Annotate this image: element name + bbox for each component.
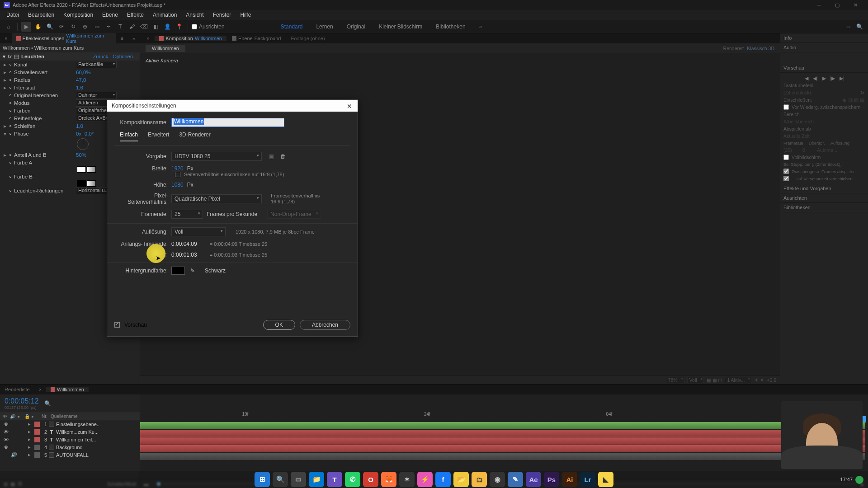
menu-komposition[interactable]: Komposition <box>59 12 98 18</box>
layer-row[interactable]: 👁▸4Background <box>0 443 140 451</box>
search-help-icon[interactable]: 🔍 <box>854 22 864 32</box>
viewer-exp[interactable]: +0,0 <box>767 377 776 383</box>
effect-controls-tab[interactable]: Effekteinstellungen Willkommen zum Kurs <box>12 33 116 44</box>
preset-dropdown[interactable]: HDTV 1080 25 <box>171 152 262 161</box>
roto-tool-icon[interactable]: 👤 <box>162 22 172 32</box>
timeline-search-icon[interactable]: 🔍 <box>44 400 51 407</box>
ec-tab-close[interactable]: × <box>0 36 12 41</box>
preview-fullscreen-chk[interactable] <box>783 155 789 160</box>
taskbar-app-icon[interactable]: 🦊 <box>381 472 396 487</box>
dialog-tab-3d[interactable]: 3D-Renderer <box>179 131 210 141</box>
fx-radius-value[interactable]: 47,0 <box>76 77 86 83</box>
align-panel-header[interactable]: Ausrichten <box>780 193 868 203</box>
viewer-tab-comp[interactable]: Komposition Willkommen <box>155 36 226 41</box>
viewer-zoom[interactable]: 78% <box>666 377 684 383</box>
info-panel-header[interactable]: Info <box>780 33 868 43</box>
fx-effect-header[interactable]: ▾ fx ▤ Leuchten Zurück Optionen... <box>0 52 140 61</box>
taskbar-app-icon[interactable]: 📁 <box>309 472 324 487</box>
preview-next-icon[interactable]: |▶ <box>830 75 835 81</box>
menu-ansicht[interactable]: Ansicht <box>181 12 208 18</box>
layer-bar-3[interactable] <box>140 437 865 445</box>
lock-aspect-checkbox[interactable] <box>175 172 180 177</box>
timeline-timecode[interactable]: 0:00:05:12 00137 (25.00 fps) 🔍 <box>0 394 140 413</box>
preview-first-icon[interactable]: |◀ <box>803 75 808 81</box>
audio-panel-header[interactable]: Audio <box>780 43 868 52</box>
preview-range-dd[interactable]: Arbeitsbereich <box>783 119 864 124</box>
anchor-tool-icon[interactable]: ⊕ <box>80 22 90 32</box>
pixel-aspect-dropdown[interactable]: Quadratische Pixel <box>171 194 262 203</box>
fx-farbe-a-picker[interactable] <box>87 166 96 173</box>
taskbar-app-icon[interactable]: f <box>435 472 451 487</box>
height-value[interactable]: 1080 <box>171 182 184 188</box>
workspace-kleiner[interactable]: Kleiner Bildschirm <box>379 23 422 30</box>
ok-button[interactable]: OK <box>263 320 295 330</box>
layer-bar-2[interactable] <box>140 430 865 437</box>
stamp-tool-icon[interactable]: ⌫ <box>139 22 149 32</box>
close-button[interactable]: ✕ <box>846 0 864 10</box>
fx-kanal-dd[interactable]: Farbkanäle <box>76 61 117 68</box>
brush-tool-icon[interactable]: 🖌 <box>127 22 137 32</box>
taskbar-app-icon[interactable]: T <box>327 472 342 487</box>
effects-panel-header[interactable]: Effekte und Vorgaben <box>780 184 868 193</box>
rotate-tool-icon[interactable]: ↻ <box>68 22 78 32</box>
taskbar-app-icon[interactable]: 📂 <box>453 472 469 487</box>
preview-prev-icon[interactable]: ◀| <box>813 75 818 81</box>
width-value[interactable]: 1920 <box>171 165 184 172</box>
preview-move-chk[interactable] <box>783 176 789 181</box>
viewer-exp-icon[interactable]: ☀ ✕ <box>754 377 764 383</box>
dialog-close-icon[interactable]: ✕ <box>347 103 353 109</box>
fx-schwellenwert-value[interactable]: 60,0% <box>76 70 91 75</box>
selection-tool-icon[interactable]: ▶ <box>21 22 31 32</box>
zoom-tool-icon[interactable]: 🔍 <box>45 22 55 32</box>
snap-checkbox[interactable] <box>192 24 197 29</box>
fx-phase-wheel[interactable] <box>77 138 89 150</box>
preview-reset-icon[interactable]: ↻ <box>860 90 864 95</box>
viewer-cam-icon[interactable]: ▦ ▦ ◻ <box>707 377 722 383</box>
puppet-tool-icon[interactable]: 📍 <box>174 22 184 32</box>
menu-animation[interactable]: Animation <box>148 12 181 18</box>
layer-bar-4[interactable] <box>140 445 865 452</box>
taskbar-app-icon[interactable]: ⚡ <box>417 472 433 487</box>
taskbar-app-icon[interactable]: 🗂 <box>472 472 487 487</box>
dialog-tab-erweitert[interactable]: Erweitert <box>148 131 169 141</box>
viewer-cam[interactable]: 1 Aktiv... <box>725 377 751 383</box>
text-tool-icon[interactable]: T <box>115 22 125 32</box>
layer-bar-5[interactable] <box>140 453 865 460</box>
layer-bar-1[interactable] <box>140 422 865 429</box>
minimize-button[interactable]: ─ <box>810 0 828 10</box>
bg-color-swatch[interactable] <box>171 267 185 275</box>
preset-save-icon[interactable]: ▣ <box>269 153 274 160</box>
hand-tool-icon[interactable]: ✋ <box>33 22 43 32</box>
preview-shortcut-dd[interactable]: (Ziffernblock) <box>783 90 858 95</box>
taskbar-app-icon[interactable]: ▭ <box>291 472 306 487</box>
menu-hilfe[interactable]: Hilfe <box>236 12 255 18</box>
tl-comp-tab[interactable]: Willkommen <box>46 387 89 392</box>
menu-fenster[interactable]: Fenster <box>208 12 236 18</box>
cancel-button[interactable]: Abbrechen <box>300 320 350 330</box>
ec-menu-icon[interactable]: ≡ <box>116 36 127 41</box>
preview-checkbox[interactable] <box>114 322 120 328</box>
taskbar-app-icon[interactable]: ◉ <box>490 472 505 487</box>
preview-play-icon[interactable]: ▶ <box>822 75 826 81</box>
viewer-tab-layer[interactable]: Ebene Background <box>227 36 286 41</box>
tl-renderlist-tab[interactable]: Renderliste <box>0 387 34 392</box>
preview-panel-header[interactable]: Vorschau <box>780 63 868 73</box>
preview-cached-chk[interactable] <box>783 169 789 174</box>
duration-value[interactable]: 0:00:01:03 <box>171 252 197 258</box>
workspace-bibliotheken[interactable]: Bibliotheken <box>436 23 465 30</box>
preview-cache-chk[interactable] <box>783 104 789 110</box>
orbit-tool-icon[interactable]: ⟳ <box>57 22 66 32</box>
pen-tool-icon[interactable]: ✒ <box>104 22 113 32</box>
home-icon[interactable]: ⌂ <box>4 22 14 32</box>
fx-farbe-b-picker[interactable] <box>87 180 96 187</box>
rect-tool-icon[interactable]: ▭ <box>92 22 102 32</box>
search-panel-icon[interactable]: ▭ <box>843 22 853 32</box>
fx-farbe-a-swatch[interactable] <box>77 166 86 173</box>
taskbar-app-icon[interactable]: ◣ <box>598 472 613 487</box>
eraser-tool-icon[interactable]: ◧ <box>151 22 160 32</box>
comp-crumb[interactable]: Willkommen <box>146 45 185 52</box>
fx-schleifen-value[interactable]: 1,0 <box>76 123 83 129</box>
layer-row[interactable]: 🔊▸5AUTOUNFALL <box>0 451 140 459</box>
layer-row[interactable]: 👁▸1Einstellungsebene... <box>0 420 140 428</box>
taskbar-app-icon[interactable]: ⊞ <box>255 472 270 487</box>
